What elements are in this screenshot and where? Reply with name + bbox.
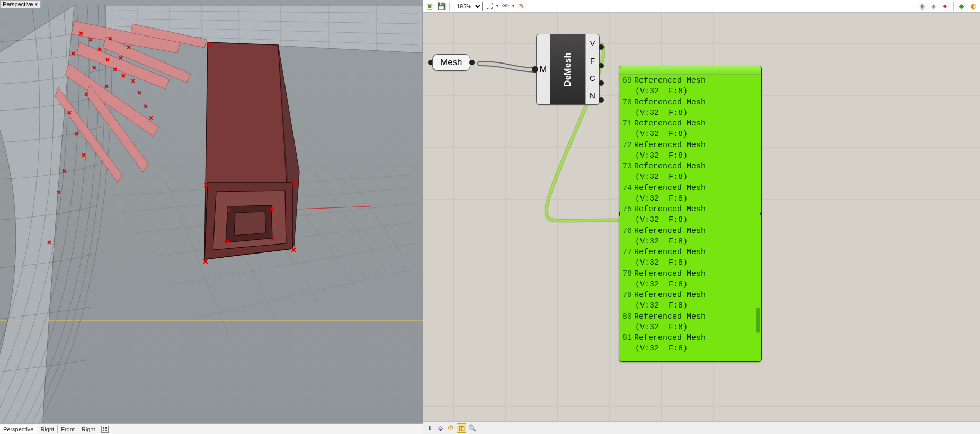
output-grip-v[interactable] bbox=[599, 44, 604, 50]
chevron-down-icon[interactable]: ▾ bbox=[496, 4, 498, 8]
viewport-tab-right-2[interactable]: Right bbox=[78, 425, 99, 433]
panel-row: 75Referenced Mesh (V:32 F:8) bbox=[619, 204, 761, 226]
output-grip-f[interactable] bbox=[599, 63, 604, 68]
compass-icon[interactable]: ⬇ bbox=[425, 423, 434, 433]
deconstruct-mesh-component[interactable]: M DeMesh V F C N bbox=[536, 34, 600, 105]
open-file-icon[interactable]: ▣ bbox=[425, 2, 434, 11]
viewport-3d-scene bbox=[0, 0, 423, 434]
output-grip[interactable] bbox=[469, 60, 475, 65]
demesh-output-v[interactable]: V bbox=[590, 34, 595, 52]
gh-statusbar: ⬇ ⬙ ⏱ ◫ 🔍 bbox=[423, 421, 980, 434]
viewport-tab-front[interactable]: Front bbox=[58, 425, 78, 433]
svg-line-23 bbox=[344, 169, 408, 264]
no-preview-icon[interactable]: ● bbox=[940, 2, 950, 11]
svg-line-17 bbox=[196, 269, 413, 318]
zoom-select[interactable]: 195% bbox=[453, 2, 483, 11]
grasshopper-pane: ▣ 💾 195% ⛶ ▾ 👁 ▾ ✎ ◉ ◈ ● ◆ ◐ bbox=[423, 0, 980, 434]
panel-row: 69Referenced Mesh (V:32 F:8) bbox=[619, 76, 761, 97]
diamond-green-icon[interactable]: ◆ bbox=[957, 2, 966, 11]
mesh-parameter-component[interactable]: Mesh bbox=[432, 54, 470, 71]
panel-row: 72Referenced Mesh (V:32 F:8) bbox=[619, 140, 761, 162]
demesh-output-f[interactable]: F bbox=[590, 52, 595, 69]
demesh-output-c[interactable]: C bbox=[590, 69, 595, 87]
panel-row: 80Referenced Mesh (V:32 F:8) bbox=[619, 312, 761, 333]
rhino-viewport[interactable]: Perspective ▼ bbox=[0, 0, 423, 434]
output-grip-c[interactable] bbox=[599, 80, 604, 86]
viewport-tabs-bar: Perspective Right Front Right bbox=[0, 423, 423, 434]
panel-row: 70Referenced Mesh (V:32 F:8) bbox=[619, 97, 761, 119]
svg-rect-39 bbox=[103, 427, 104, 429]
svg-marker-38 bbox=[234, 212, 266, 236]
demesh-title: DeMesh bbox=[550, 34, 585, 104]
panel-row: 78Referenced Mesh (V:32 F:8) bbox=[619, 269, 761, 291]
zoom-extents-icon[interactable]: ⛶ bbox=[485, 2, 494, 11]
search-icon[interactable]: 🔍 bbox=[467, 423, 477, 433]
data-panel-component[interactable]: 69Referenced Mesh (V:32 F:8)70Referenced… bbox=[619, 66, 762, 362]
panel-scrollbar-thumb[interactable] bbox=[756, 308, 760, 333]
demesh-input-m[interactable]: M bbox=[537, 34, 550, 104]
chevron-down-icon[interactable]: ▾ bbox=[512, 4, 514, 8]
svg-rect-41 bbox=[103, 430, 104, 431]
svg-rect-42 bbox=[105, 430, 107, 431]
panel-titlebar[interactable] bbox=[619, 66, 761, 75]
preview-eye-icon[interactable]: 👁 bbox=[501, 2, 510, 11]
mesh-param-label: Mesh bbox=[440, 57, 462, 67]
output-grip-n[interactable] bbox=[599, 97, 604, 103]
input-grip-m[interactable] bbox=[532, 66, 538, 73]
panel-row: 71Referenced Mesh (V:32 F:8) bbox=[619, 119, 761, 140]
viewport-tabs-menu-icon[interactable] bbox=[101, 426, 109, 433]
panel-row: 74Referenced Mesh (V:32 F:8) bbox=[619, 183, 761, 205]
svg-rect-40 bbox=[105, 427, 107, 429]
demesh-output-n[interactable]: N bbox=[590, 87, 595, 104]
panel-row: 73Referenced Mesh (V:32 F:8) bbox=[619, 161, 761, 183]
panel-row: 76Referenced Mesh (V:32 F:8) bbox=[619, 226, 761, 248]
markov-icon[interactable]: ⬙ bbox=[435, 423, 445, 433]
panel-data-rows: 69Referenced Mesh (V:32 F:8)70Referenced… bbox=[619, 75, 761, 356]
viewport-tab-right[interactable]: Right bbox=[37, 425, 58, 433]
sketch-pencil-icon[interactable]: ✎ bbox=[516, 2, 526, 11]
wireframe-toggle-icon[interactable]: ◫ bbox=[457, 423, 466, 433]
circle-orange-icon[interactable]: ◐ bbox=[968, 2, 978, 11]
wireframe-preview-icon[interactable]: ◈ bbox=[929, 2, 938, 11]
timer-icon[interactable]: ⏱ bbox=[446, 423, 456, 433]
gh-canvas[interactable]: Mesh M DeMesh V F C N bbox=[423, 13, 980, 421]
viewport-tab-perspective[interactable]: Perspective bbox=[0, 425, 37, 433]
save-file-icon[interactable]: 💾 bbox=[436, 2, 446, 11]
panel-row: 79Referenced Mesh (V:32 F:8) bbox=[619, 290, 761, 312]
panel-row: 77Referenced Mesh (V:32 F:8) bbox=[619, 247, 761, 269]
shaded-preview-icon[interactable]: ◉ bbox=[917, 2, 926, 11]
panel-row: 81Referenced Mesh (V:32 F:8) bbox=[619, 333, 761, 355]
svg-line-22 bbox=[313, 169, 387, 273]
gh-toolbar: ▣ 💾 195% ⛶ ▾ 👁 ▾ ✎ ◉ ◈ ● ◆ ◐ bbox=[423, 0, 980, 13]
